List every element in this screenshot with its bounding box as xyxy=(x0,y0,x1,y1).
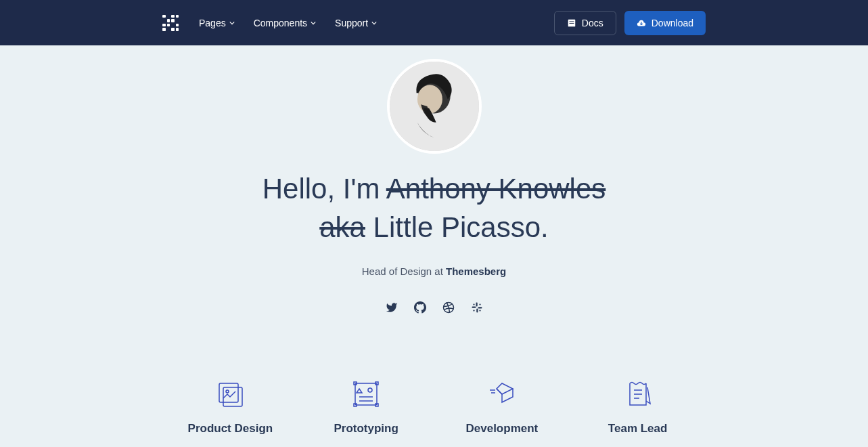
svg-point-11 xyxy=(473,304,474,305)
svg-point-17 xyxy=(226,390,229,393)
skill-title: Product Design xyxy=(162,422,298,435)
dribbble-link[interactable] xyxy=(442,301,455,316)
svg-point-5 xyxy=(417,85,442,113)
development-icon xyxy=(486,378,518,410)
nav-left: Pages Components Support xyxy=(162,15,377,31)
github-link[interactable] xyxy=(414,301,426,316)
dribbble-icon xyxy=(442,301,455,314)
nav-right: Docs Download xyxy=(554,11,706,35)
cloud-download-icon xyxy=(637,18,646,28)
svg-rect-18 xyxy=(355,383,377,405)
skill-development: Development xyxy=(434,377,570,435)
skill-title: Team Lead xyxy=(570,422,706,435)
product-design-icon xyxy=(214,378,246,410)
svg-rect-7 xyxy=(476,303,477,307)
twitter-icon xyxy=(386,301,398,314)
chevron-down-icon xyxy=(229,20,235,26)
nav-support[interactable]: Support xyxy=(335,18,377,28)
docs-button[interactable]: Docs xyxy=(554,11,616,35)
twitter-link[interactable] xyxy=(386,301,398,316)
skills-section: Product Design Prototyping Development T… xyxy=(0,377,868,435)
svg-rect-2 xyxy=(569,23,574,24)
svg-rect-1 xyxy=(569,21,574,22)
chevron-down-icon xyxy=(371,20,377,26)
slack-link[interactable] xyxy=(471,301,483,316)
svg-rect-8 xyxy=(472,307,476,308)
avatar xyxy=(387,59,482,154)
svg-point-14 xyxy=(479,310,480,312)
svg-rect-10 xyxy=(478,307,482,309)
skill-title: Prototyping xyxy=(298,422,434,435)
nav-components[interactable]: Components xyxy=(254,18,316,28)
svg-rect-9 xyxy=(476,309,478,313)
navbar: Pages Components Support Docs Download xyxy=(0,0,868,45)
social-links xyxy=(0,301,868,316)
github-icon xyxy=(414,301,426,314)
chevron-down-icon xyxy=(311,20,316,26)
book-icon xyxy=(567,18,576,28)
nav-pages[interactable]: Pages xyxy=(199,18,235,28)
svg-point-12 xyxy=(479,304,480,305)
svg-point-23 xyxy=(368,388,372,392)
skill-product-design: Product Design xyxy=(162,377,298,435)
skill-team-lead: Team Lead xyxy=(570,377,706,435)
skill-title: Development xyxy=(434,422,570,435)
team-lead-icon xyxy=(622,378,654,410)
slack-icon xyxy=(471,301,483,314)
svg-rect-15 xyxy=(219,383,238,402)
skill-prototyping: Prototyping xyxy=(298,377,434,435)
hero-heading: Hello, I'm Anthony Knowles aka Little Pi… xyxy=(0,170,868,247)
logo-icon[interactable] xyxy=(162,15,179,31)
prototyping-icon xyxy=(350,378,382,410)
strike-name: Anthony Knowles xyxy=(386,173,606,205)
strike-aka: aka xyxy=(319,211,365,243)
subtitle: Head of Design at Themesberg xyxy=(0,265,868,277)
download-button[interactable]: Download xyxy=(624,11,706,35)
nav-menu: Pages Components Support xyxy=(199,18,377,28)
company-link[interactable]: Themesberg xyxy=(446,265,506,277)
svg-point-13 xyxy=(473,310,474,312)
hero: Hello, I'm Anthony Knowles aka Little Pi… xyxy=(0,45,868,316)
